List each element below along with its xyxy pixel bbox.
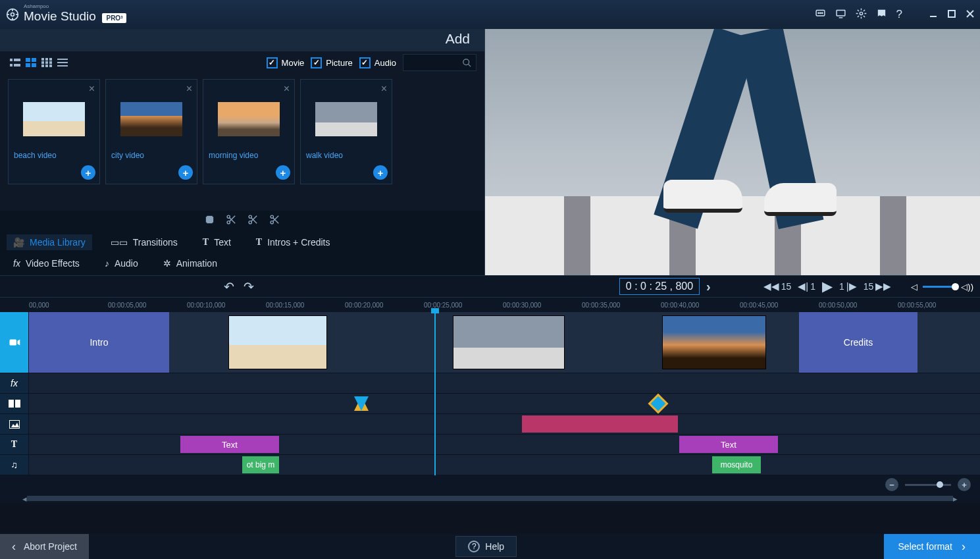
notes-icon[interactable] [876, 8, 887, 21]
settings-icon[interactable] [856, 8, 867, 21]
redo-button[interactable]: ↷ [244, 279, 254, 294]
timecode-display[interactable]: 0 : 0 : 25 , 800 [619, 278, 700, 295]
undo-button[interactable]: ↶ [224, 279, 234, 294]
zoom-in-button[interactable]: + [958, 478, 971, 491]
clip-city[interactable] [662, 315, 766, 369]
next-frame-button[interactable]: 1 |▶ [839, 280, 857, 292]
tab-label: Text [214, 237, 231, 248]
svg-rect-41 [213, 215, 214, 217]
play-button[interactable]: ▶ [822, 279, 833, 294]
display-icon[interactable] [835, 8, 846, 21]
ruler-tick: 00:00:30,000 [503, 302, 541, 309]
add-media-button[interactable]: + [178, 165, 193, 180]
remove-media-icon[interactable]: × [381, 83, 387, 95]
media-card-1[interactable]: × city video + [105, 79, 197, 184]
svg-point-1 [11, 13, 14, 16]
media-card-0[interactable]: × beach video + [8, 79, 100, 184]
filter-movie-checkbox[interactable]: Movie [267, 57, 305, 68]
audio-track-lane[interactable]: ot big m mosquito [29, 455, 980, 475]
fx-track-header[interactable]: fx [0, 373, 29, 393]
tab-label: Audio [115, 258, 138, 269]
tab-text[interactable]: T Text [196, 234, 238, 250]
tab-video-effects[interactable]: fx Video Effects [7, 255, 86, 271]
media-thumb [315, 102, 377, 136]
view-large-grid-icon[interactable] [24, 57, 38, 68]
media-label: city video [110, 151, 193, 160]
abort-project-button[interactable]: ‹ Abort Project [0, 534, 89, 559]
cut-icon[interactable] [247, 214, 259, 227]
chat-icon[interactable] [815, 8, 826, 21]
volume-icon[interactable]: ◁)) [961, 282, 973, 292]
image-track [0, 414, 980, 435]
mute-button[interactable]: ◁ [911, 282, 917, 292]
media-card-2[interactable]: × morning video + [203, 79, 295, 184]
text-track-lane[interactable]: Text Text [29, 435, 980, 454]
audio-track-header[interactable]: ♫ [0, 455, 29, 475]
clip-image-1[interactable] [522, 415, 678, 433]
cut-right-icon[interactable] [269, 214, 280, 227]
zoom-out-button[interactable]: − [885, 478, 898, 491]
abort-label: Abort Project [24, 541, 77, 552]
video-track-lane[interactable]: Intro Credits [29, 312, 980, 373]
image-track-header[interactable] [0, 414, 29, 434]
fx-track-lane[interactable] [29, 373, 980, 393]
help-button[interactable]: ? Help [455, 536, 517, 557]
tab-animation[interactable]: ✲ Animation [157, 255, 224, 271]
media-card-3[interactable]: × walk video + [300, 79, 392, 184]
tab-icon: T [203, 237, 209, 248]
transition-track-lane[interactable] [29, 394, 980, 413]
image-track-lane[interactable] [29, 414, 980, 434]
tab-intros-credits[interactable]: T Intros + Credits [249, 234, 337, 250]
fast-fwd-button[interactable]: 15 ▶▶ [864, 280, 892, 292]
clip-walk[interactable] [453, 315, 565, 369]
cut-left-icon[interactable] [226, 214, 237, 227]
add-media-button[interactable]: + [81, 165, 95, 180]
pro-badge: PRO³ [102, 13, 126, 23]
timeline-scrollbar[interactable]: ◂▸ [0, 494, 980, 503]
add-media-button[interactable]: + [276, 165, 290, 180]
clip-audio-1[interactable]: ot big m [242, 456, 279, 473]
minimize-button[interactable] [929, 9, 938, 20]
filter-picture-checkbox[interactable]: Picture [311, 57, 352, 68]
close-button[interactable] [966, 9, 975, 20]
remove-media-icon[interactable]: × [186, 83, 192, 95]
svg-rect-18 [10, 64, 13, 67]
help-icon[interactable]: ? [896, 8, 902, 21]
tab-media-library[interactable]: 🎥 Media Library [7, 234, 92, 250]
tab-transitions[interactable]: ▭▭ Transitions [104, 234, 184, 250]
clip-audio-2[interactable]: mosquito [712, 456, 761, 473]
remove-media-icon[interactable]: × [89, 83, 95, 95]
maximize-button[interactable] [947, 9, 956, 20]
view-list-icon[interactable] [55, 57, 70, 68]
clip-text-2[interactable]: Text [679, 436, 778, 453]
timeline-ruler[interactable]: 00,00000:00:05,00000:00:10,00000:00:15,0… [0, 298, 980, 312]
remove-media-icon[interactable]: × [284, 83, 290, 95]
transition-track-header[interactable] [0, 394, 29, 413]
video-preview[interactable] [485, 29, 980, 275]
rewind-button[interactable]: ◀◀ 15 [763, 280, 792, 292]
text-track-header[interactable]: T [0, 435, 29, 454]
view-detail-icon[interactable] [8, 57, 22, 68]
step-fwd-frame-button[interactable]: › [706, 279, 711, 294]
zoom-slider[interactable] [905, 484, 951, 486]
svg-point-9 [821, 13, 822, 13]
svg-rect-32 [45, 65, 48, 67]
filter-audio-checkbox[interactable]: Audio [359, 57, 396, 68]
prev-frame-button[interactable]: ◀| 1 [798, 280, 815, 292]
clip-credits[interactable]: Credits [799, 312, 917, 373]
film-roll-icon[interactable] [204, 214, 215, 227]
volume-slider[interactable] [923, 286, 956, 288]
add-media-button[interactable]: + [373, 165, 388, 180]
select-format-button[interactable]: Select format › [884, 534, 980, 559]
tab-audio[interactable]: ♪ Audio [98, 255, 145, 271]
clip-text-1[interactable]: Text [180, 436, 279, 453]
playhead[interactable] [434, 312, 436, 475]
search-input[interactable] [403, 54, 477, 71]
clip-intro[interactable]: Intro [29, 312, 169, 373]
view-small-grid-icon[interactable] [39, 57, 54, 68]
title-bar: Ashampoo Movie Studio PRO³ ? [0, 0, 980, 29]
svg-rect-39 [206, 216, 213, 223]
clip-beach[interactable] [228, 315, 327, 369]
video-track-header[interactable] [0, 312, 29, 373]
svg-line-38 [468, 64, 471, 67]
